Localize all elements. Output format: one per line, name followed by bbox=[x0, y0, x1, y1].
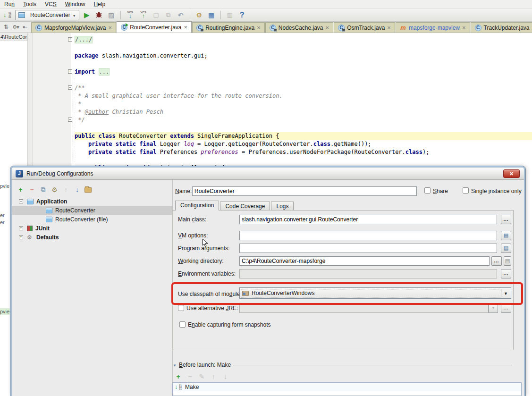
project-structure-icon[interactable] bbox=[207, 10, 216, 20]
code-line: package slash.navigation.converter.gui; bbox=[75, 52, 532, 60]
insert-macro-button[interactable] bbox=[504, 256, 511, 266]
environment-variables-browse-button[interactable] bbox=[501, 269, 511, 278]
before-launch-task-list[interactable]: Make bbox=[172, 382, 522, 396]
menu-item-help[interactable]: Help bbox=[89, 0, 110, 8]
help-icon[interactable] bbox=[237, 10, 247, 20]
dialog-tab-logs[interactable]: Logs bbox=[271, 202, 294, 211]
main-class-input[interactable] bbox=[239, 215, 497, 224]
debug-button-icon[interactable] bbox=[94, 10, 104, 20]
module-combobox[interactable]: RouteConverterWindows bbox=[239, 287, 511, 299]
program-arguments-input[interactable] bbox=[239, 244, 497, 253]
configurations-tree: −ApplicationRouteConverterRouteConverter… bbox=[12, 197, 172, 242]
code-line: − */ bbox=[75, 116, 532, 124]
tree-item-label: RouteConverter bbox=[55, 207, 95, 214]
close-icon[interactable] bbox=[326, 25, 329, 31]
tree-item-application[interactable]: −Application bbox=[12, 197, 172, 206]
tree-item-routeconverter-file-[interactable]: RouteConverter (file) bbox=[12, 215, 172, 224]
tab-label: OsmTrack.java bbox=[347, 25, 385, 31]
editor-tab-mapsforge-mapview[interactable]: mmapsforge-mapview bbox=[396, 22, 470, 33]
collapse-panel-icon[interactable] bbox=[21, 23, 29, 31]
tree-expand-icon[interactable]: + bbox=[19, 226, 23, 230]
close-button[interactable]: ✕ bbox=[503, 169, 520, 178]
single-instance-checkbox[interactable] bbox=[463, 187, 469, 194]
task-list-item[interactable]: Make bbox=[173, 383, 521, 391]
enable-form-snapshots-checkbox[interactable] bbox=[179, 321, 186, 328]
menu-item-vcs[interactable]: VCS bbox=[41, 0, 61, 8]
menu-item-tools[interactable]: Tools bbox=[19, 0, 41, 8]
add-task-icon[interactable] bbox=[174, 372, 182, 380]
close-icon[interactable] bbox=[462, 25, 466, 31]
undo-icon[interactable] bbox=[176, 10, 186, 20]
tree-item-label: Defaults bbox=[36, 234, 59, 241]
toolbar-separator bbox=[190, 11, 190, 19]
compare-icon-disabled bbox=[164, 10, 173, 20]
vcs-update-icon[interactable]: VCS↓ bbox=[125, 10, 135, 20]
settings-wrench-icon[interactable] bbox=[194, 10, 204, 20]
close-icon[interactable] bbox=[387, 25, 391, 31]
edit-defaults-icon[interactable] bbox=[51, 185, 59, 194]
use-alternative-jre-checkbox[interactable] bbox=[178, 305, 184, 311]
editor-tab-nodescache-java[interactable]: CNodesCache.java bbox=[265, 22, 333, 33]
run-configuration-combo[interactable]: RouteConverter bbox=[15, 10, 79, 20]
move-down-icon[interactable] bbox=[73, 185, 81, 194]
vcs-commit-icon[interactable]: VCS↑ bbox=[138, 10, 149, 20]
tree-item-label: RouteConverter (file) bbox=[55, 216, 108, 223]
menu-item-run[interactable]: Run bbox=[0, 0, 19, 8]
tree-item-defaults[interactable]: +Defaults bbox=[12, 233, 172, 242]
editor-tab-mapsforgemapview-java[interactable]: CMapsforgeMapView.java bbox=[31, 22, 116, 33]
editor-tab-routeconverter-java[interactable]: CRouteConverter.java bbox=[117, 21, 192, 33]
working-directory-browse-button[interactable] bbox=[491, 256, 502, 266]
new-folder-icon[interactable] bbox=[84, 187, 92, 193]
fold-expand-icon[interactable]: + bbox=[68, 69, 72, 74]
vm-options-expand-button[interactable] bbox=[501, 231, 511, 240]
copy-configuration-icon[interactable] bbox=[39, 185, 47, 194]
jre-dropdown-button[interactable] bbox=[489, 303, 498, 313]
share-checkbox[interactable] bbox=[424, 187, 431, 194]
main-class-label: Main class: bbox=[178, 216, 206, 223]
export-icon-disabled bbox=[225, 10, 235, 20]
fold-collapse-icon[interactable]: − bbox=[68, 118, 72, 122]
tree-expand-icon[interactable]: + bbox=[19, 235, 23, 239]
dialog-tab-configuration[interactable]: Configuration bbox=[175, 201, 219, 211]
remove-configuration-icon[interactable] bbox=[28, 185, 36, 194]
main-class-browse-button[interactable] bbox=[501, 215, 511, 224]
working-directory-input[interactable] bbox=[239, 256, 490, 266]
make-project-icon[interactable] bbox=[3, 10, 12, 20]
environment-variables-input[interactable] bbox=[239, 269, 497, 278]
tab-label: mapsforge-mapview bbox=[409, 25, 460, 31]
code-line: −/** bbox=[75, 84, 532, 92]
editor-tabs-settings-icon[interactable] bbox=[11, 23, 20, 31]
close-icon[interactable] bbox=[184, 24, 188, 31]
close-icon[interactable] bbox=[109, 25, 112, 31]
editor-tab-routingengine-java[interactable]: CRoutingEngine.java bbox=[192, 22, 265, 33]
tree-item-junit[interactable]: +JUnit bbox=[12, 224, 172, 233]
fold-expand-icon[interactable]: + bbox=[68, 37, 72, 42]
tree-item-routeconverter[interactable]: RouteConverter bbox=[12, 206, 172, 215]
tree-collapse-icon[interactable]: − bbox=[19, 199, 23, 203]
close-icon[interactable] bbox=[257, 25, 261, 31]
dialog-tab-code-coverage[interactable]: Code Coverage bbox=[220, 202, 270, 211]
add-configuration-icon[interactable] bbox=[17, 185, 25, 194]
vm-options-input[interactable] bbox=[239, 231, 497, 240]
junit-icon bbox=[27, 226, 33, 231]
name-input[interactable] bbox=[192, 186, 417, 196]
code-line bbox=[75, 60, 532, 68]
intellij-logo-icon: J bbox=[16, 170, 23, 177]
tree-item-label: Application bbox=[36, 198, 67, 205]
run-button-icon[interactable] bbox=[82, 10, 92, 20]
editor-tab-trackupdater-java[interactable]: CTrackUpdater.java bbox=[471, 22, 532, 33]
move-task-up-icon bbox=[210, 372, 218, 380]
before-launch-collapse-icon[interactable] bbox=[173, 363, 177, 368]
menu-item-window[interactable]: Window bbox=[61, 0, 90, 8]
class-locked-icon: C bbox=[338, 25, 345, 31]
menu-bar: RunToolsVCSWindowHelp bbox=[0, 0, 532, 8]
run-with-coverage-icon[interactable] bbox=[107, 10, 116, 20]
fold-collapse-icon[interactable]: − bbox=[68, 85, 72, 90]
editor-tab-osmtrack-java[interactable]: COsmTrack.java bbox=[334, 22, 395, 33]
tab-label: NodesCache.java bbox=[279, 25, 323, 31]
program-arguments-expand-button[interactable] bbox=[501, 244, 511, 253]
use-alternative-jre-label: Use alternative JRE: bbox=[186, 305, 238, 312]
swap-panels-icon[interactable] bbox=[2, 23, 10, 31]
alternative-jre-input[interactable] bbox=[239, 303, 489, 313]
dialog-title-bar[interactable]: J Run/Debug Configurations bbox=[12, 168, 524, 180]
